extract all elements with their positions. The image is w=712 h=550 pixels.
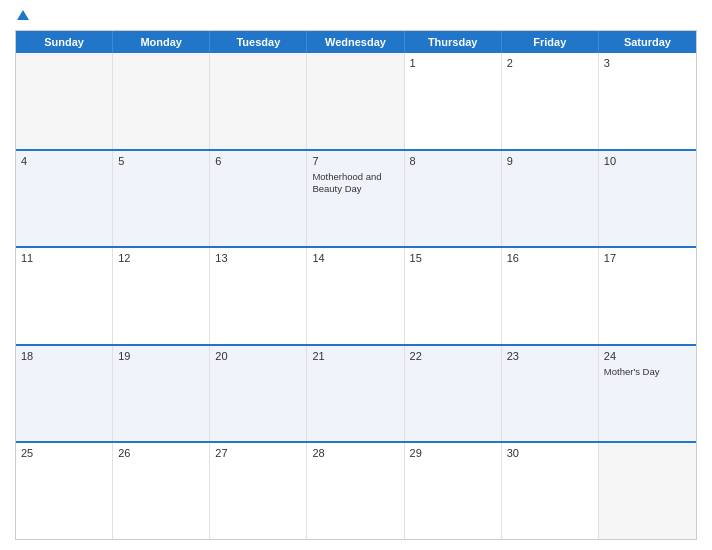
calendar-day: 13 [210,248,307,344]
day-number: 3 [604,57,691,69]
weekday-header-sunday: Sunday [16,31,113,53]
day-number: 9 [507,155,593,167]
day-number: 22 [410,350,496,362]
day-number: 14 [312,252,398,264]
calendar-day: 12 [113,248,210,344]
calendar-day: 10 [599,151,696,247]
calendar-day: 24Mother's Day [599,346,696,442]
calendar-day: 20 [210,346,307,442]
calendar-day: 17 [599,248,696,344]
calendar-day: 25 [16,443,113,539]
calendar-day [307,53,404,149]
day-number: 19 [118,350,204,362]
day-number: 11 [21,252,107,264]
calendar-day: 8 [405,151,502,247]
calendar-week-1: 123 [16,53,696,149]
page-header [15,10,697,22]
calendar-day: 11 [16,248,113,344]
day-number: 10 [604,155,691,167]
day-number: 13 [215,252,301,264]
calendar-day: 22 [405,346,502,442]
calendar-day [16,53,113,149]
calendar-day [599,443,696,539]
weekday-header-tuesday: Tuesday [210,31,307,53]
calendar-day: 15 [405,248,502,344]
calendar-day: 16 [502,248,599,344]
calendar-header: SundayMondayTuesdayWednesdayThursdayFrid… [16,31,696,53]
logo-triangle-icon [17,10,29,20]
day-number: 15 [410,252,496,264]
calendar-day: 21 [307,346,404,442]
day-number: 25 [21,447,107,459]
weekday-header-friday: Friday [502,31,599,53]
day-number: 26 [118,447,204,459]
day-number: 30 [507,447,593,459]
day-number: 23 [507,350,593,362]
calendar-day: 30 [502,443,599,539]
day-number: 1 [410,57,496,69]
day-number: 29 [410,447,496,459]
calendar-day: 1 [405,53,502,149]
calendar-body: 1234567Motherhood and Beauty Day89101112… [16,53,696,539]
calendar-day: 23 [502,346,599,442]
calendar-day: 2 [502,53,599,149]
calendar-day [210,53,307,149]
day-number: 21 [312,350,398,362]
weekday-header-monday: Monday [113,31,210,53]
calendar-day: 6 [210,151,307,247]
day-number: 2 [507,57,593,69]
day-number: 4 [21,155,107,167]
calendar-week-5: 252627282930 [16,441,696,539]
day-number: 27 [215,447,301,459]
weekday-header-thursday: Thursday [405,31,502,53]
calendar-day: 19 [113,346,210,442]
calendar-day: 14 [307,248,404,344]
day-number: 16 [507,252,593,264]
day-number: 7 [312,155,398,167]
calendar-week-4: 18192021222324Mother's Day [16,344,696,442]
day-number: 12 [118,252,204,264]
day-number: 8 [410,155,496,167]
weekday-header-wednesday: Wednesday [307,31,404,53]
logo [15,10,29,22]
calendar-page: SundayMondayTuesdayWednesdayThursdayFrid… [0,0,712,550]
day-number: 24 [604,350,691,362]
day-event: Motherhood and Beauty Day [312,171,398,196]
calendar-day: 4 [16,151,113,247]
day-number: 17 [604,252,691,264]
calendar-day: 26 [113,443,210,539]
calendar-day: 18 [16,346,113,442]
calendar-day: 9 [502,151,599,247]
calendar-day [113,53,210,149]
calendar-week-2: 4567Motherhood and Beauty Day8910 [16,149,696,247]
day-number: 5 [118,155,204,167]
calendar-day: 3 [599,53,696,149]
day-number: 28 [312,447,398,459]
calendar-day: 29 [405,443,502,539]
calendar-grid: SundayMondayTuesdayWednesdayThursdayFrid… [15,30,697,540]
day-number: 18 [21,350,107,362]
day-number: 6 [215,155,301,167]
day-event: Mother's Day [604,366,691,378]
day-number: 20 [215,350,301,362]
calendar-day: 27 [210,443,307,539]
calendar-day: 28 [307,443,404,539]
calendar-week-3: 11121314151617 [16,246,696,344]
weekday-header-saturday: Saturday [599,31,696,53]
calendar-day: 5 [113,151,210,247]
calendar-day: 7Motherhood and Beauty Day [307,151,404,247]
